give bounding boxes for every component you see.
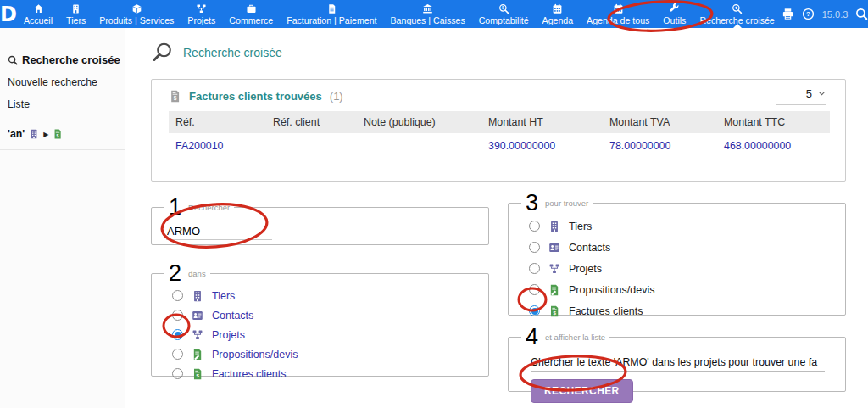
nav-item-comptabilite[interactable]: Comptabilité xyxy=(472,0,536,28)
top-navbar: D Accueil Tiers Produits | Services Proj… xyxy=(0,0,868,28)
nav-label: Produits | Services xyxy=(99,15,174,25)
nav-label: Commerce xyxy=(229,15,273,25)
page-title-label: Recherche croisée xyxy=(183,46,282,59)
bank-icon xyxy=(422,3,433,14)
print-button[interactable] xyxy=(782,8,794,20)
nav-item-agenda-de-tous[interactable]: Agenda de tous xyxy=(580,0,656,28)
saved-search-term: 'an' xyxy=(8,128,25,140)
rechercher-button[interactable]: RECHERCHER xyxy=(531,379,633,403)
step3-legend: 3 pour trouver xyxy=(521,193,593,213)
option-factures-clients[interactable]: Factures clients xyxy=(529,300,845,321)
nav-item-tiers[interactable]: Tiers xyxy=(59,0,92,28)
option-propositions-devis[interactable]: Propositions/devis xyxy=(172,344,488,364)
app-logo[interactable]: D xyxy=(0,0,17,28)
results-title: Factures clients trouvées xyxy=(189,90,322,103)
option-projets[interactable]: Projets xyxy=(529,258,845,279)
project-diagram-icon xyxy=(192,329,203,341)
nav-item-accueil[interactable]: Accueil xyxy=(17,0,59,28)
radio-contacts[interactable] xyxy=(172,310,183,321)
magnifier-icon xyxy=(151,42,172,63)
cell-note-publique xyxy=(357,133,481,159)
page-size-select[interactable]: 5 xyxy=(776,87,826,105)
radio-contacts[interactable] xyxy=(529,242,540,253)
nav-item-commerce[interactable]: Commerce xyxy=(222,0,280,28)
search-text-input[interactable] xyxy=(166,223,272,240)
option-label: Propositions/devis xyxy=(212,349,298,360)
sidebar-item-liste[interactable]: Liste xyxy=(8,98,125,110)
briefcase-icon xyxy=(246,3,257,14)
nav-item-banques-caisses[interactable]: Banques | Caisses xyxy=(384,0,472,28)
search-icon xyxy=(855,8,868,20)
option-tiers[interactable]: Tiers xyxy=(529,215,845,237)
calendar-icon xyxy=(552,3,563,14)
cell-ref-link[interactable]: FA200010 xyxy=(169,133,266,159)
option-contacts[interactable]: Contacts xyxy=(529,237,845,258)
sidebar: Recherche croisée Nouvelle recherche Lis… xyxy=(0,28,125,408)
file-icon xyxy=(326,3,337,14)
nav-item-projets[interactable]: Projets xyxy=(181,0,222,28)
step1-legend-label: Rechercher xyxy=(188,203,230,212)
col-montant-tva: Montant TVA xyxy=(603,111,717,133)
results-header: Factures clients trouvées (1) xyxy=(152,80,845,110)
search-summary-text: Chercher le texte 'ARMO' dans les projet… xyxy=(531,356,825,372)
option-label: Tiers xyxy=(569,221,592,232)
calendar-icon xyxy=(613,3,624,14)
radio-propositions-devis[interactable] xyxy=(172,349,183,360)
step2-legend: 2 dans xyxy=(164,263,210,283)
option-label: Projets xyxy=(212,329,245,341)
radio-factures-clients[interactable] xyxy=(172,368,183,379)
option-propositions-devis[interactable]: Propositions/devis xyxy=(529,279,845,300)
help-button[interactable] xyxy=(802,8,815,20)
building-icon xyxy=(29,129,39,139)
step-number-2: 2 xyxy=(169,263,181,283)
col-montant-ht: Montant HT xyxy=(481,111,603,133)
nav-right-tools: 15.0.3 Laurent xyxy=(782,0,868,28)
cell-montant-ht: 390.00000000 xyxy=(481,133,603,159)
radio-projets[interactable] xyxy=(529,263,540,274)
sidebar-item-nouvelle-recherche[interactable]: Nouvelle recherche xyxy=(8,76,125,88)
search-plus-icon xyxy=(732,3,743,14)
project-diagram-icon xyxy=(548,263,560,275)
radio-tiers[interactable] xyxy=(529,221,540,232)
step-number-4: 4 xyxy=(526,327,538,347)
radio-propositions-devis[interactable] xyxy=(529,284,540,295)
global-search-button[interactable] xyxy=(855,8,868,20)
nav-item-recherche-croisee[interactable]: Recherche croisée xyxy=(693,0,781,28)
step3-options: Tiers Contacts Projets Propositions/devi… xyxy=(509,213,845,321)
option-label: Contacts xyxy=(212,310,253,321)
radio-projets[interactable] xyxy=(172,329,183,340)
results-panel: Factures clients trouvées (1) 5 Réf. Réf… xyxy=(151,79,846,182)
nav-label: Outils xyxy=(663,15,686,25)
radio-factures-clients[interactable] xyxy=(529,305,540,316)
nav-label: Tiers xyxy=(66,15,86,25)
table-row: FA200010 390.00000000 78.00000000 468.00… xyxy=(169,133,830,159)
main-content: Recherche croisée Factures clients trouv… xyxy=(126,28,868,408)
step2-dans-box: 2 dans Tiers Contacts Projets P xyxy=(151,263,489,377)
nav-label: Agenda xyxy=(542,15,574,25)
file-signature-icon xyxy=(192,349,203,360)
col-montant-ttc: Montant TTC xyxy=(717,111,830,133)
sidebar-saved-search[interactable]: 'an' ▶ xyxy=(8,128,125,140)
search-icon xyxy=(8,55,18,65)
nav-item-facturation-paiement[interactable]: Facturation | Paiement xyxy=(280,0,383,28)
radio-tiers[interactable] xyxy=(172,290,183,301)
nav-item-agenda[interactable]: Agenda xyxy=(536,0,581,28)
step3-legend-label: pour trouver xyxy=(545,198,588,208)
step1-search-box: 1 Rechercher xyxy=(151,197,489,245)
cell-montant-tva: 78.00000000 xyxy=(603,133,717,159)
printer-icon xyxy=(782,8,794,20)
results-count: (1) xyxy=(330,90,343,103)
option-contacts[interactable]: Contacts xyxy=(172,305,488,325)
nav-item-produits-services[interactable]: Produits | Services xyxy=(92,0,181,28)
address-card-icon xyxy=(548,242,560,254)
step4-legend-label: et afficher la liste xyxy=(545,333,605,342)
building-icon xyxy=(70,3,81,14)
chevron-down-icon xyxy=(818,90,826,98)
nav-item-outils[interactable]: Outils xyxy=(656,0,693,28)
step1-legend: 1 Rechercher xyxy=(164,197,234,217)
option-projets[interactable]: Projets xyxy=(172,325,488,344)
table-header-row: Réf. Réf. client Note (publique) Montant… xyxy=(169,111,830,133)
building-icon xyxy=(548,221,560,232)
option-tiers[interactable]: Tiers xyxy=(172,286,488,305)
option-factures-clients[interactable]: Factures clients xyxy=(172,364,488,383)
